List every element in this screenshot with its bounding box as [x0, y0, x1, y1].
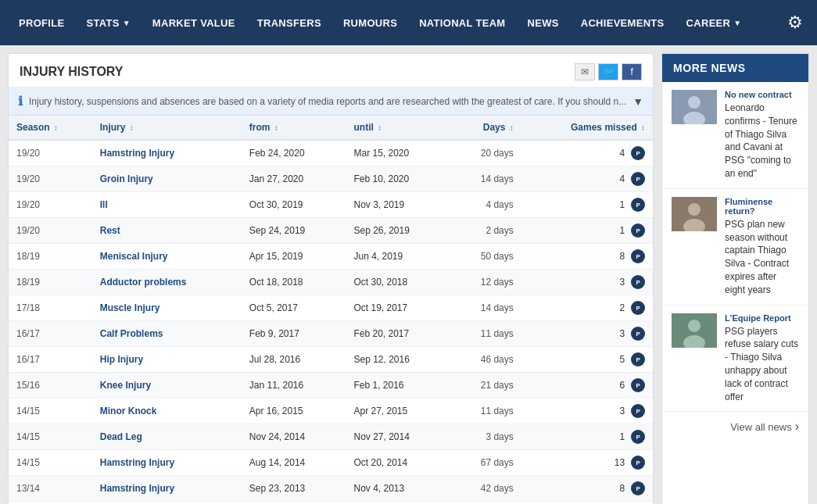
club-badge: P — [631, 352, 645, 366]
cell-games: 13 P — [521, 450, 653, 476]
games-count: 1 — [619, 199, 625, 210]
nav-achievements[interactable]: ACHIEVEMENTS — [570, 0, 675, 45]
news-content-1: No new contract Leonardo confirms - Tenu… — [725, 90, 799, 181]
cell-days: 11 days — [450, 321, 521, 347]
col-days[interactable]: Days ↕ — [450, 116, 521, 140]
cell-until: Nov 27, 2014 — [346, 424, 450, 450]
svg-point-1 — [688, 96, 701, 109]
cell-until: Feb 20, 2017 — [346, 321, 450, 347]
news-header: MORE NEWS — [662, 54, 808, 82]
settings-icon[interactable]: ⚙ — [781, 13, 809, 33]
news-tag-2: Fluminense return? — [725, 197, 799, 216]
table-row: 12/13 Hamstring Injury Jan 14, 2013 Mar … — [9, 502, 653, 505]
news-thumb-2 — [672, 197, 717, 231]
cell-season: 15/16 — [9, 373, 92, 399]
games-count: 3 — [619, 406, 625, 416]
cell-games: 10 P — [521, 502, 653, 505]
cell-until: Oct 20, 2014 — [346, 450, 450, 476]
nav-profile[interactable]: PROFILE — [8, 0, 75, 45]
nav-news[interactable]: NEWS — [516, 0, 569, 45]
table-header-row: Season ↕ Injury ↕ from ↕ until ↕ Days ↕ … — [9, 116, 653, 140]
club-badge: P — [631, 404, 645, 418]
share-facebook-button[interactable]: f — [622, 63, 642, 80]
cell-until: Oct 19, 2017 — [346, 295, 450, 321]
cell-until: Jun 4, 2019 — [346, 244, 450, 270]
nav-rumours[interactable]: RUMOURS — [332, 0, 408, 45]
cell-until: Mar 15, 2020 — [346, 140, 450, 166]
club-badge: P — [631, 249, 645, 263]
cell-season: 16/17 — [9, 321, 92, 347]
nav-stats[interactable]: STATS▼ — [75, 0, 141, 45]
games-count: 8 — [619, 483, 625, 494]
cell-from: Sep 24, 2019 — [242, 218, 346, 244]
games-count: 3 — [619, 277, 625, 288]
table-body: 19/20 Hamstring Injury Feb 24, 2020 Mar … — [9, 140, 653, 504]
col-games[interactable]: Games missed ↕ — [521, 116, 653, 140]
nav-transfers[interactable]: TRANSFERS — [246, 0, 332, 45]
table-row: 18/19 Meniscal Injury Apr 15, 2019 Jun 4… — [9, 244, 653, 270]
navbar: PROFILE STATS▼ MARKET VALUE TRANSFERS RU… — [0, 0, 817, 45]
club-badge: P — [631, 327, 645, 341]
games-count: 6 — [619, 380, 625, 391]
club-badge: P — [631, 378, 645, 392]
right-panel: MORE NEWS No new contract Leonardo confi… — [661, 53, 809, 504]
nav-national-team[interactable]: NATIONAL TEAM — [408, 0, 516, 45]
news-tag-1: No new contract — [725, 90, 799, 99]
view-all-news-button[interactable]: View all news › — [662, 412, 808, 441]
cell-games: 1 P — [521, 218, 653, 244]
cell-days: 21 days — [450, 373, 521, 399]
share-twitter-button[interactable]: 🐦 — [598, 63, 618, 80]
cell-from: Oct 5, 2017 — [242, 295, 346, 321]
cell-until: Oct 30, 2018 — [346, 270, 450, 295]
news-headline-2[interactable]: PSG plan new season without captain Thia… — [725, 218, 799, 297]
cell-games: 3 P — [521, 270, 653, 295]
cell-injury: Groin Injury — [92, 166, 242, 192]
cell-games: 3 P — [521, 321, 653, 347]
cell-until: Nov 3, 2019 — [346, 192, 450, 218]
col-until[interactable]: until ↕ — [346, 116, 450, 140]
table-row: 16/17 Hip Injury Jul 28, 2016 Sep 12, 20… — [9, 347, 653, 373]
cell-games: 1 P — [521, 192, 653, 218]
share-email-button[interactable]: ✉ — [575, 63, 595, 80]
news-thumb-3 — [672, 313, 717, 348]
news-headline-1[interactable]: Leonardo confirms - Tenure of Thiago Sil… — [725, 102, 799, 181]
news-headline-3[interactable]: PSG players refuse salary cuts - Thiago … — [725, 325, 799, 404]
cell-from: Feb 24, 2020 — [242, 140, 346, 166]
col-injury[interactable]: Injury ↕ — [92, 116, 242, 140]
nav-career[interactable]: CAREER▼ — [675, 0, 753, 45]
table-row: 19/20 Groin Injury Jan 27, 2020 Feb 10, … — [9, 166, 653, 192]
injury-table: Season ↕ Injury ↕ from ↕ until ↕ Days ↕ … — [9, 116, 653, 504]
cell-games: 4 P — [521, 166, 653, 192]
nav-items: PROFILE STATS▼ MARKET VALUE TRANSFERS RU… — [8, 0, 781, 45]
view-all-label: View all news — [730, 421, 792, 433]
games-count: 2 — [619, 302, 625, 313]
cell-from: Oct 18, 2018 — [242, 270, 346, 295]
col-from[interactable]: from ↕ — [242, 116, 346, 140]
nav-market-value[interactable]: MARKET VALUE — [142, 0, 246, 45]
cell-injury: Meniscal Injury — [92, 244, 242, 270]
cell-until: Sep 26, 2019 — [346, 218, 450, 244]
cell-injury: Hamstring Injury — [92, 476, 242, 502]
club-badge: P — [631, 275, 645, 289]
cell-injury: Calf Problems — [92, 321, 242, 347]
games-count: 8 — [619, 251, 625, 262]
info-icon: ℹ — [18, 94, 23, 109]
cell-days: 4 days — [450, 192, 521, 218]
news-content-2: Fluminense return? PSG plan new season w… — [725, 197, 799, 297]
news-item-1: No new contract Leonardo confirms - Tenu… — [662, 82, 808, 189]
club-badge: P — [631, 146, 645, 160]
cell-injury: Hamstring Injury — [92, 450, 242, 476]
career-caret: ▼ — [733, 19, 741, 27]
info-expand-button[interactable]: ▼ — [632, 95, 643, 108]
svg-point-7 — [688, 320, 701, 332]
injury-title: INJURY HISTORY — [20, 65, 123, 79]
cell-injury: Rest — [92, 218, 242, 244]
news-content-3: L'Equipe Report PSG players refuse salar… — [725, 313, 799, 404]
games-count: 1 — [619, 431, 625, 442]
col-season[interactable]: Season ↕ — [9, 116, 92, 140]
injury-header: INJURY HISTORY ✉ 🐦 f — [9, 54, 653, 88]
cell-until: Sep 12, 2016 — [346, 347, 450, 373]
stats-caret: ▼ — [123, 19, 131, 27]
cell-season: 14/15 — [9, 450, 92, 476]
cell-from: Feb 9, 2017 — [242, 321, 346, 347]
